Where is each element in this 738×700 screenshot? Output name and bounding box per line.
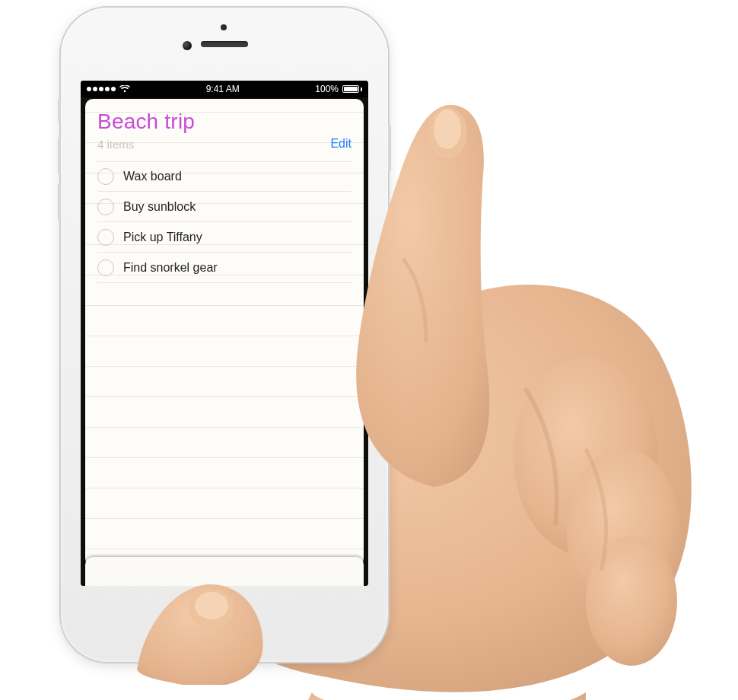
phone-top-hardware — [61, 8, 388, 81]
mute-switch — [58, 99, 61, 122]
list-item[interactable]: Find snorkel gear — [97, 253, 352, 283]
signal-strength-icon — [87, 87, 116, 91]
status-bar-time: 9:41 AM — [206, 84, 240, 94]
reminders-list-card[interactable]: Beach trip 4 items Edit Wax board Buy su… — [85, 99, 364, 566]
checkbox-icon[interactable] — [97, 199, 114, 215]
list-item[interactable]: Pick up Tiffany — [97, 222, 352, 253]
list-item-label: Buy sunblock — [123, 200, 196, 214]
checkbox-icon[interactable] — [97, 229, 114, 246]
power-button — [388, 126, 391, 171]
battery-icon — [342, 85, 362, 93]
list-item[interactable]: Wax board — [97, 161, 352, 192]
list-item-label: Pick up Tiffany — [123, 231, 202, 244]
checkbox-icon[interactable] — [97, 259, 114, 276]
battery-percentage: 100% — [315, 84, 339, 94]
list-item[interactable]: Buy sunblock — [97, 192, 352, 222]
svg-point-4 — [434, 110, 461, 149]
todo-list: Wax board Buy sunblock Pick up Tiffany F… — [97, 161, 352, 283]
svg-point-1 — [567, 449, 681, 616]
list-item-label: Wax board — [123, 170, 182, 183]
list-title: Beach trip — [97, 110, 352, 134]
svg-point-3 — [428, 107, 467, 159]
list-item-label: Find snorkel gear — [123, 261, 218, 275]
home-button[interactable] — [200, 600, 249, 648]
stacked-card-peek[interactable] — [85, 557, 364, 586]
volume-up-button — [58, 137, 61, 175]
edit-button[interactable]: Edit — [330, 137, 352, 151]
item-count-label: 4 items — [97, 138, 134, 151]
reminders-card-stack: Beach trip 4 items Edit Wax board Buy su… — [81, 97, 368, 586]
phone-screen: 9:41 AM 100% Beach trip 4 items Edit Wa — [81, 81, 368, 586]
status-bar: 9:41 AM 100% — [81, 81, 368, 97]
proximity-sensor — [221, 24, 227, 30]
front-camera — [183, 41, 192, 50]
volume-down-button — [58, 183, 61, 221]
iphone-device-frame: 9:41 AM 100% Beach trip 4 items Edit Wa — [61, 8, 388, 662]
svg-point-0 — [514, 358, 658, 555]
checkbox-icon[interactable] — [97, 168, 114, 185]
earpiece-speaker — [201, 41, 248, 47]
svg-point-2 — [586, 536, 677, 666]
wifi-icon — [119, 85, 130, 93]
